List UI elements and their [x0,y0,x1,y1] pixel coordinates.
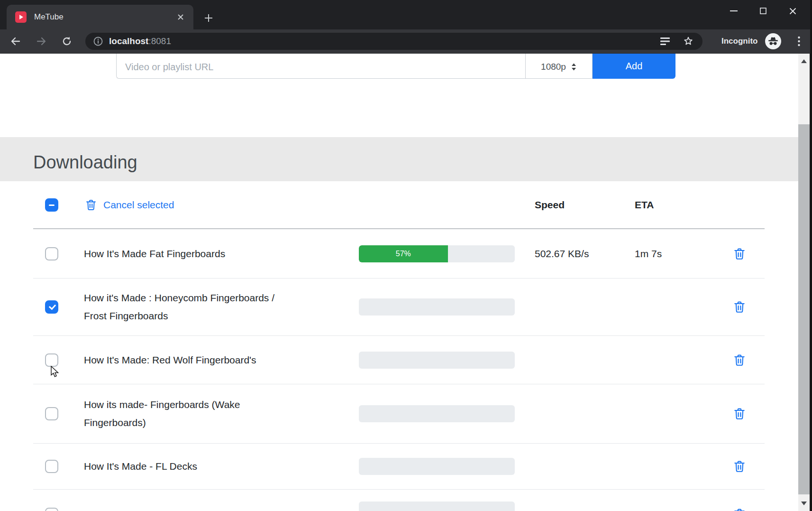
tab-metube[interactable]: MeTube [7,5,193,29]
trash-icon [733,300,746,314]
downloads-table: Cancel selected Speed ETA How It's Made … [33,181,765,511]
back-button[interactable] [9,34,23,48]
trash-icon [733,247,746,260]
incognito-avatar-icon[interactable] [765,33,781,49]
info-icon[interactable] [93,36,103,46]
quality-value: 1080p [541,62,566,72]
table-row: How It's Made Fat Fingerboards 57% 502.6… [33,229,765,279]
menu-icon[interactable] [792,36,806,46]
window-close-button[interactable] [778,0,807,22]
table-row: How it's Made : Honeycomb Fingerboards /… [33,279,765,336]
minimize-button[interactable] [719,0,748,22]
cancel-selected-link[interactable]: Cancel selected [85,199,340,211]
table-row: How It's Made: Red Wolf Fingerboard's [33,336,765,384]
scrollbar-thumb[interactable] [798,124,810,494]
reload-button[interactable] [60,34,74,48]
progress-bar: 57% [359,245,515,262]
page-scrollbar[interactable] [798,54,810,511]
window-controls [719,0,807,22]
metube-favicon-icon [15,11,27,23]
row-checkbox[interactable] [45,407,58,420]
quality-select[interactable]: 1080p [525,54,593,79]
delete-button[interactable] [733,407,765,420]
progress-bar [359,352,515,369]
scroll-down-button[interactable] [798,496,810,511]
downloading-section-header: Downloading [0,137,798,181]
reading-list-icon[interactable] [660,37,670,46]
download-title: How It's Made Fat Fingerboards [84,245,225,263]
select-all-checkbox[interactable] [45,198,58,212]
delete-button[interactable] [733,508,765,511]
browser-window: MeTube [0,0,812,511]
scroll-up-button[interactable] [798,54,810,69]
delete-button[interactable] [733,300,765,314]
forward-button[interactable] [34,34,48,48]
row-checkbox[interactable] [45,460,58,473]
new-tab-button[interactable] [201,10,216,26]
trash-icon [733,508,746,511]
table-row: How its made- Fingerboards (Wake Fingerb… [33,384,765,444]
row-checkbox[interactable] [45,247,58,260]
add-button[interactable]: Add [593,54,675,79]
download-eta: 1m 7s [635,248,692,260]
download-title: How it's Made : Honeycomb Fingerboards /… [84,289,297,325]
tab-close-icon[interactable] [174,11,187,23]
table-row: How It's Made - FL Decks [33,444,765,490]
progress-bar [359,405,515,422]
progress-bar [359,298,515,316]
incognito-indicator: Incognito [721,33,781,49]
row-checkbox[interactable] [45,300,58,314]
metube-page: 1080p Add Downloading Cancel selected [0,54,798,511]
browser-toolbar: localhost:8081 Incognito [0,29,812,54]
eta-header: ETA [635,199,692,211]
trash-icon [85,199,97,211]
video-url-input[interactable] [116,54,525,79]
address-bar[interactable]: localhost:8081 [85,33,703,50]
download-title: How It's Made - FL Decks [84,457,197,475]
section-title: Downloading [33,152,137,173]
url-text: localhost:8081 [109,36,171,46]
download-title: How its made- Fingerboards (Wake Fingerb… [84,396,297,432]
incognito-label: Incognito [721,37,757,46]
download-title: How It's Made: Red Wolf Fingerboard's [84,351,256,369]
tab-title: MeTube [34,12,174,22]
progress-label: 57% [396,250,411,258]
delete-button[interactable] [733,353,765,367]
bookmark-star-icon[interactable] [683,36,694,47]
row-checkbox[interactable] [45,353,58,367]
progress-bar [359,458,515,475]
select-arrows-icon [571,63,577,71]
table-header-row: Cancel selected Speed ETA [33,181,765,229]
trash-icon [733,353,746,367]
tab-strip: MeTube [0,0,812,29]
delete-button[interactable] [733,460,765,473]
download-speed: 502.67 KB/s [535,248,620,260]
add-download-form: 1080p Add [116,54,675,79]
trash-icon [733,460,746,473]
table-row [33,490,765,511]
window-edge [810,0,812,511]
row-checkbox[interactable] [45,508,58,511]
progress-bar [359,502,515,511]
trash-icon [733,407,746,420]
maximize-button[interactable] [748,0,778,22]
speed-header: Speed [535,199,620,211]
delete-button[interactable] [733,247,765,260]
